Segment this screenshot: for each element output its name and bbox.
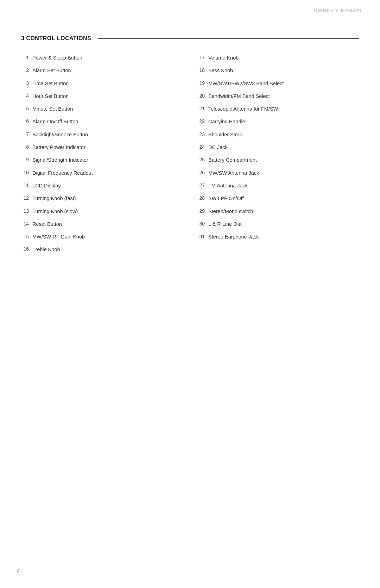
section-title: 3 CONTROL LOCATIONS bbox=[21, 35, 91, 42]
item-label: Stereo Earphone Jack bbox=[208, 233, 259, 240]
list-item: 8Battery Power Indicator bbox=[21, 144, 183, 151]
item-label: Backlight/Snooze Button bbox=[32, 131, 88, 138]
list-item: 29Stereo/Mono switch bbox=[197, 208, 359, 215]
item-number: 26 bbox=[197, 169, 208, 177]
item-number: 6 bbox=[21, 118, 32, 125]
item-label: Turning Knob (fast) bbox=[32, 195, 76, 202]
list-item: 23Shoulder Strap bbox=[197, 131, 359, 138]
page-header: OWNER'S MANUAL bbox=[314, 8, 363, 13]
list-item: 25Battery Compartment bbox=[197, 156, 359, 163]
item-label: Stereo/Mono switch bbox=[208, 208, 253, 215]
item-label: Telescopic Antenna for FM/SW bbox=[208, 105, 278, 112]
list-item: 14Reset Button bbox=[21, 221, 183, 228]
item-label: Volume Knob bbox=[208, 54, 239, 61]
list-item: 20Bandwidth/FM Band Select bbox=[197, 93, 359, 100]
item-label: Turning Knob (slow) bbox=[32, 208, 78, 215]
item-number: 22 bbox=[197, 118, 208, 125]
section-header: 3 CONTROL LOCATIONS CONTROL LOCATIONS bbox=[21, 35, 359, 42]
list-item: 19MW/SW1/SW2/SW3 Band Select bbox=[197, 80, 359, 87]
item-label: LCD Display bbox=[32, 182, 61, 189]
list-item: 27FM Antenna Jack bbox=[197, 182, 359, 189]
list-item: 5Minute Set Button bbox=[21, 105, 183, 112]
list-item: 30L & R Line Out bbox=[197, 221, 359, 228]
list-item: 6Alarm On/Off Button bbox=[21, 118, 183, 125]
item-label: Reset Button bbox=[32, 221, 62, 228]
item-number: 7 bbox=[21, 131, 32, 138]
list-item: 3Time Set Button bbox=[21, 80, 183, 87]
list-item: 31Stereo Earphone Jack bbox=[197, 233, 359, 240]
item-label: Power & Sleep Button bbox=[32, 54, 82, 61]
item-number: 27 bbox=[197, 182, 208, 189]
list-item: 17Volume Knob bbox=[197, 54, 359, 61]
item-label: Digital Frequency Readout bbox=[32, 169, 93, 177]
item-number: 3 bbox=[21, 80, 32, 87]
item-label: Shoulder Strap bbox=[208, 131, 242, 138]
item-label: Battery Power Indicator bbox=[32, 144, 86, 151]
item-number: 4 bbox=[21, 93, 32, 100]
item-label: Bandwidth/FM Band Select bbox=[208, 93, 270, 100]
list-item: 15MW/SW RF Gain Knob bbox=[21, 233, 183, 240]
item-number: 31 bbox=[197, 233, 208, 240]
item-number: 29 bbox=[197, 208, 208, 215]
item-number: 30 bbox=[197, 221, 208, 228]
item-number: 24 bbox=[197, 144, 208, 151]
list-item: 1Power & Sleep Button bbox=[21, 54, 183, 61]
list-item: 7Backlight/Snooze Button bbox=[21, 131, 183, 138]
item-number: 5 bbox=[21, 105, 32, 112]
list-item: 11LCD Display bbox=[21, 182, 183, 189]
item-label: Signal/Strength Indicator bbox=[32, 156, 88, 163]
item-label: Treble Knob bbox=[32, 246, 60, 253]
left-column: 1Power & Sleep Button2Alarm Set Button3T… bbox=[21, 54, 183, 259]
item-number: 19 bbox=[197, 80, 208, 87]
item-number: 15 bbox=[21, 233, 32, 240]
list-item: 2Alarm Set Button bbox=[21, 67, 183, 74]
list-item: 24DC Jack bbox=[197, 144, 359, 151]
item-number: 17 bbox=[197, 54, 208, 61]
list-item: 9Signal/Strength Indicator bbox=[21, 156, 183, 163]
item-label: Bass Knob bbox=[208, 67, 233, 74]
item-label: DC Jack bbox=[208, 144, 228, 151]
page-number: 4 bbox=[17, 568, 20, 574]
list-item: 10Digital Frequency Readout bbox=[21, 169, 183, 177]
item-label: Alarm Set Button bbox=[32, 67, 71, 74]
section-divider bbox=[98, 38, 359, 39]
main-content: 3 CONTROL LOCATIONS CONTROL LOCATIONS 1P… bbox=[0, 0, 380, 287]
item-number: 23 bbox=[197, 131, 208, 138]
item-label: Time Set Button bbox=[32, 80, 69, 87]
item-number: 21 bbox=[197, 105, 208, 112]
item-number: 10 bbox=[21, 169, 32, 177]
item-number: 28 bbox=[197, 195, 208, 202]
item-label: Minute Set Button bbox=[32, 105, 73, 112]
list-item: 4Hour Set Button bbox=[21, 93, 183, 100]
item-number: 16 bbox=[21, 246, 32, 253]
item-label: Carrying Handle bbox=[208, 118, 245, 125]
item-number: 14 bbox=[21, 221, 32, 228]
item-label: MW/SW Antenna Jack bbox=[208, 169, 259, 177]
list-item: 28SW LPF On/Off bbox=[197, 195, 359, 202]
item-number: 12 bbox=[21, 195, 32, 202]
list-item: 21Telescopic Antenna for FM/SW bbox=[197, 105, 359, 112]
item-number: 1 bbox=[21, 54, 32, 61]
item-number: 2 bbox=[21, 67, 32, 74]
list-item: 26MW/SW Antenna Jack bbox=[197, 169, 359, 177]
item-label: Alarm On/Off Button bbox=[32, 118, 78, 125]
item-label: Battery Compartment bbox=[208, 156, 257, 163]
right-column: 17Volume Knob18Bass Knob19MW/SW1/SW2/SW3… bbox=[197, 54, 359, 259]
item-number: 20 bbox=[197, 93, 208, 100]
item-label: FM Antenna Jack bbox=[208, 182, 248, 189]
item-number: 11 bbox=[21, 182, 32, 189]
list-item: 18Bass Knob bbox=[197, 67, 359, 74]
item-number: 25 bbox=[197, 156, 208, 163]
item-label: SW LPF On/Off bbox=[208, 195, 243, 202]
item-number: 18 bbox=[197, 67, 208, 74]
item-number: 13 bbox=[21, 208, 32, 215]
item-number: 9 bbox=[21, 156, 32, 163]
item-label: L & R Line Out bbox=[208, 221, 242, 228]
list-item: 12Turning Knob (fast) bbox=[21, 195, 183, 202]
list-item: 22Carrying Handle bbox=[197, 118, 359, 125]
columns-wrapper: 1Power & Sleep Button2Alarm Set Button3T… bbox=[21, 54, 359, 259]
item-label: Hour Set Button bbox=[32, 93, 69, 100]
item-label: MW/SW1/SW2/SW3 Band Select bbox=[208, 80, 284, 87]
list-item: 16Treble Knob bbox=[21, 246, 183, 253]
list-item: 13Turning Knob (slow) bbox=[21, 208, 183, 215]
